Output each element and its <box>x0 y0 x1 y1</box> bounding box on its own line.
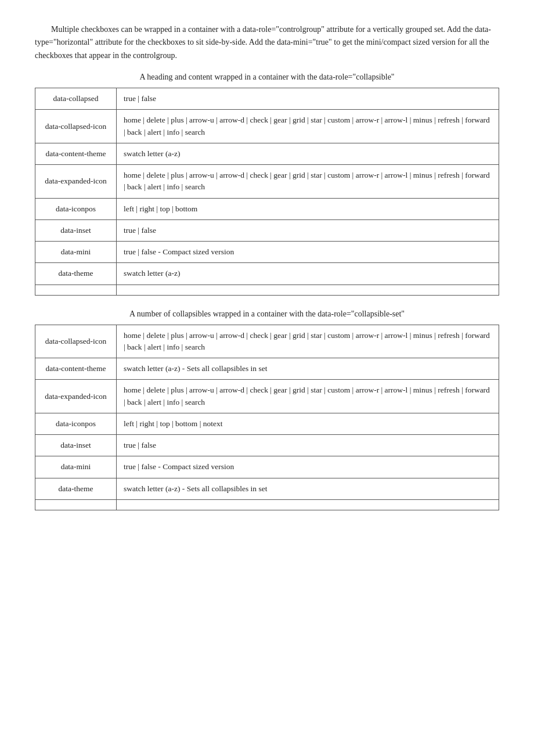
table-row: data-mini true | false - Compact sized v… <box>35 456 499 478</box>
table-row: data-iconpos left | right | top | bottom <box>35 198 499 219</box>
attr-cell: data-content-theme <box>35 358 117 380</box>
attr-cell: data-iconpos <box>35 198 117 219</box>
attr-cell: data-inset <box>35 219 117 241</box>
value-cell: home | delete | plus | arrow-u | arrow-d… <box>117 380 499 413</box>
value-cell: true | false - Compact sized version <box>117 456 499 478</box>
attr-cell: data-content-theme <box>35 143 117 164</box>
table-row: data-collapsed true | false <box>35 88 499 110</box>
attr-cell: data-expanded-icon <box>35 380 117 413</box>
value-cell: true | false <box>117 88 499 110</box>
table-row: data-content-theme swatch letter (a-z) <box>35 143 499 164</box>
value-cell: true | false <box>117 219 499 241</box>
attr-cell: data-inset <box>35 435 117 456</box>
table-row: data-expanded-icon home | delete | plus … <box>35 380 499 413</box>
table-row: data-theme swatch letter (a-z) <box>35 263 499 285</box>
value-cell: true | false - Compact sized version <box>117 242 499 263</box>
empty-row <box>35 499 499 510</box>
value-cell: left | right | top | bottom <box>117 198 499 219</box>
table-row: data-iconpos left | right | top | bottom… <box>35 413 499 434</box>
table-row: data-inset true | false <box>35 435 499 456</box>
attr-cell: data-expanded-icon <box>35 165 117 199</box>
value-cell: left | right | top | bottom | notext <box>117 413 499 434</box>
table-row: data-collapsed-icon home | delete | plus… <box>35 325 499 358</box>
value-cell: home | delete | plus | arrow-u | arrow-d… <box>117 165 499 199</box>
empty-row <box>35 285 499 295</box>
table-row: data-expanded-icon home | delete | plus … <box>35 165 499 199</box>
attr-cell: data-theme <box>35 263 117 285</box>
attr-cell: data-mini <box>35 456 117 478</box>
attr-cell: data-collapsed <box>35 88 117 110</box>
collapsible-table: data-collapsed true | false data-collaps… <box>35 88 499 296</box>
table-row: data-theme swatch letter (a-z) - Sets al… <box>35 478 499 499</box>
value-cell: true | false <box>117 435 499 456</box>
attr-cell: data-iconpos <box>35 413 117 434</box>
value-cell: home | delete | plus | arrow-u | arrow-d… <box>117 325 499 358</box>
value-cell: swatch letter (a-z) <box>117 263 499 285</box>
attr-cell: data-mini <box>35 242 117 263</box>
value-cell: home | delete | plus | arrow-u | arrow-d… <box>117 110 499 143</box>
table-row: data-collapsed-icon home | delete | plus… <box>35 110 499 143</box>
collapsible-set-table: data-collapsed-icon home | delete | plus… <box>35 325 499 510</box>
table-row: data-content-theme swatch letter (a-z) -… <box>35 358 499 380</box>
attr-cell: data-collapsed-icon <box>35 110 117 143</box>
table-row: data-inset true | false <box>35 219 499 241</box>
table2-heading: A number of collapsibles wrapped in a co… <box>35 309 499 319</box>
table-row: data-mini true | false - Compact sized v… <box>35 242 499 263</box>
intro-paragraph: Multiple checkboxes can be wrapped in a … <box>35 23 499 62</box>
value-cell: swatch letter (a-z) - Sets all collapsib… <box>117 358 499 380</box>
value-cell: swatch letter (a-z) - Sets all collapsib… <box>117 478 499 499</box>
value-cell: swatch letter (a-z) <box>117 143 499 164</box>
attr-cell: data-theme <box>35 478 117 499</box>
attr-cell: data-collapsed-icon <box>35 325 117 358</box>
table1-heading: A heading and content wrapped in a conta… <box>35 73 499 82</box>
